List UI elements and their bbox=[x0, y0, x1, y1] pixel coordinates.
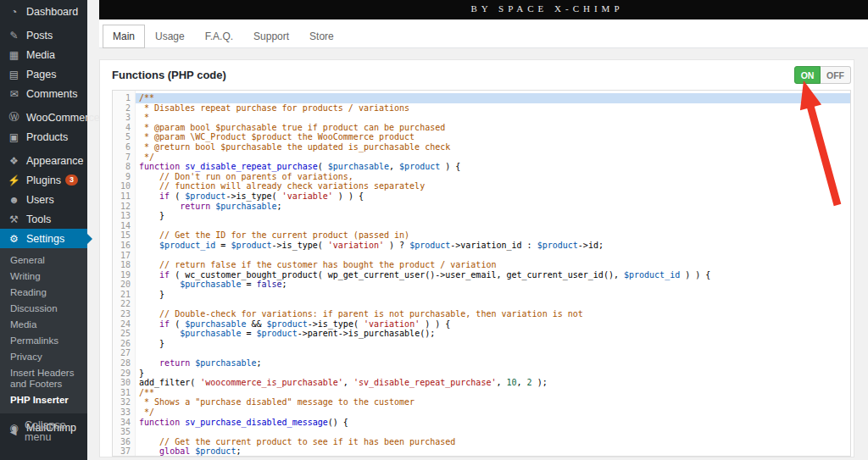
code-line bbox=[136, 251, 850, 261]
sidebar-subitem-php-inserter[interactable]: PHP Inserter bbox=[0, 392, 87, 408]
line-number: 16 bbox=[113, 241, 131, 251]
plugin-banner-text: BY SPACE X-CHIMP bbox=[470, 1, 623, 17]
code-line: $product_id = $product->is_type( 'variat… bbox=[136, 241, 850, 251]
collapse-menu-button[interactable]: ◀ Collapse menu bbox=[0, 419, 87, 443]
code-line bbox=[136, 221, 850, 231]
line-number: 21 bbox=[113, 290, 131, 300]
line-number: 30 bbox=[113, 378, 131, 388]
code-line bbox=[136, 299, 850, 309]
sidebar-item-plugins[interactable]: ⚡Plugins3 bbox=[0, 170, 87, 190]
code-line: * Shows a "purchase disabled" message to… bbox=[136, 397, 850, 407]
code-line: * Disables repeat purchase for products … bbox=[136, 103, 850, 114]
sidebar-item-settings[interactable]: ⚙Settings bbox=[0, 229, 87, 248]
sidebar-item-woocommerce[interactable]: ⓌWooCommerce bbox=[0, 108, 87, 127]
line-number: 35 bbox=[113, 427, 131, 437]
on-off-toggle: ON OFF bbox=[794, 66, 851, 84]
line-number: 14 bbox=[113, 221, 131, 231]
plugin-tabs: MainUsageF.A.Q.SupportStore bbox=[99, 19, 868, 48]
code-line: // Get the ID for the current product (p… bbox=[136, 230, 850, 241]
plug-icon: ⚡ bbox=[7, 175, 21, 186]
sidebar-item-label: Comments bbox=[26, 88, 77, 100]
line-number: 24 bbox=[113, 319, 131, 330]
tab-store[interactable]: Store bbox=[299, 25, 344, 48]
sidebar-item-media[interactable]: ▦Media bbox=[0, 45, 87, 64]
code-line: return $purchasable; bbox=[136, 358, 850, 369]
line-number: 19 bbox=[113, 270, 131, 280]
collapse-menu-label: Collapse menu bbox=[25, 419, 87, 443]
sidebar-item-pages[interactable]: ▤Pages bbox=[0, 64, 87, 84]
code-line: return $purchasable; bbox=[136, 202, 850, 212]
off-button[interactable]: OFF bbox=[821, 66, 851, 84]
sidebar-subitem-media[interactable]: Media bbox=[0, 317, 87, 333]
sidebar-item-label: Media bbox=[26, 49, 55, 61]
on-button[interactable]: ON bbox=[794, 66, 821, 84]
sidebar-subitem-reading[interactable]: Reading bbox=[0, 285, 87, 301]
code-line: $purchasable = false; bbox=[136, 280, 850, 290]
sidebar-item-label: Pages bbox=[26, 69, 56, 80]
tab-f-a-q[interactable]: F.A.Q. bbox=[195, 25, 243, 48]
sidebar-item-label: Plugins bbox=[26, 175, 61, 186]
comment-bubble-icon: ✉ bbox=[7, 88, 21, 100]
sidebar-item-label: Appearance bbox=[26, 155, 83, 167]
line-number: 34 bbox=[113, 418, 131, 428]
sidebar-subitem-insert-headers-and-footers[interactable]: Insert Headers and Footers bbox=[0, 365, 87, 392]
sidebar-item-tools[interactable]: ⚒Tools bbox=[0, 209, 87, 229]
tab-support[interactable]: Support bbox=[243, 25, 299, 48]
line-number: 15 bbox=[113, 230, 131, 241]
code-line: } bbox=[136, 369, 850, 379]
line-number: 26 bbox=[113, 339, 131, 349]
sidebar-item-dashboard[interactable]: ◔Dashboard bbox=[0, 2, 87, 21]
sidebar-item-label: WooCommerce bbox=[26, 112, 100, 124]
code-line: } bbox=[136, 211, 850, 221]
line-number: 20 bbox=[113, 280, 131, 290]
code-editor[interactable]: 1234567891011121314151617181920212223242… bbox=[112, 90, 851, 457]
code-line: * bbox=[136, 113, 850, 123]
line-number: 23 bbox=[113, 309, 131, 319]
code-line bbox=[136, 348, 850, 358]
sidebar-item-comments[interactable]: ✉Comments bbox=[0, 84, 87, 103]
line-number: 37 bbox=[113, 446, 131, 457]
user-icon: ☻ bbox=[7, 194, 21, 206]
sidebar-item-label: Dashboard bbox=[26, 6, 78, 18]
editor-code[interactable]: /** * Disables repeat purchase for produ… bbox=[136, 91, 850, 456]
code-line: * @return bool $purchasable the updated … bbox=[136, 142, 850, 152]
settings-submenu: GeneralWritingReadingDiscussionMediaPerm… bbox=[0, 248, 87, 413]
sidebar-item-label: Products bbox=[26, 131, 68, 143]
dashboard-icon: ◔ bbox=[7, 6, 21, 18]
pin-icon: ✎ bbox=[7, 30, 21, 42]
page-icon: ▤ bbox=[7, 69, 21, 80]
code-line: // function will already check variation… bbox=[136, 181, 850, 191]
line-number: 28 bbox=[113, 358, 131, 369]
line-number: 11 bbox=[113, 191, 131, 202]
sidebar-item-users[interactable]: ☻Users bbox=[0, 190, 87, 209]
admin-content: BY SPACE X-CHIMP MainUsageF.A.Q.SupportS… bbox=[87, 0, 868, 460]
sidebar-subitem-discussion[interactable]: Discussion bbox=[0, 301, 87, 317]
tab-main[interactable]: Main bbox=[103, 25, 145, 48]
code-line: function sv_disable_repeat_purchase( $pu… bbox=[136, 162, 850, 172]
line-number: 5 bbox=[113, 132, 131, 142]
sidebar-subitem-general[interactable]: General bbox=[0, 252, 87, 269]
line-number: 27 bbox=[113, 348, 131, 358]
code-line: /** bbox=[136, 388, 850, 398]
sidebar-item-products[interactable]: ▣Products bbox=[0, 127, 87, 147]
line-number: 33 bbox=[113, 407, 131, 418]
sidebar-subitem-permalinks[interactable]: Permalinks bbox=[0, 333, 87, 349]
sidebar-subitem-privacy[interactable]: Privacy bbox=[0, 349, 87, 365]
line-number: 22 bbox=[113, 299, 131, 309]
line-number: 36 bbox=[113, 437, 131, 447]
tab-usage[interactable]: Usage bbox=[145, 25, 195, 48]
wordpress-admin-page: ◔Dashboard✎Posts▦Media▤Pages✉CommentsⓌWo… bbox=[0, 0, 868, 460]
sidebar-item-label: Posts bbox=[26, 30, 53, 42]
tools-icon: ⚒ bbox=[7, 213, 21, 225]
panel-header: Functions (PHP code) ON OFF bbox=[100, 60, 854, 90]
line-number: 12 bbox=[113, 202, 131, 212]
code-line: } bbox=[136, 290, 850, 300]
code-line: if ( wc_customer_bought_product( wp_get_… bbox=[136, 270, 850, 280]
sidebar-item-appearance[interactable]: ❖Appearance bbox=[0, 151, 87, 170]
code-line: // Don't run on parents of variations, bbox=[136, 172, 850, 182]
woocommerce-icon: Ⓦ bbox=[7, 110, 21, 125]
line-number: 9 bbox=[113, 172, 131, 182]
sidebar-item-posts[interactable]: ✎Posts bbox=[0, 25, 87, 45]
line-number: 31 bbox=[113, 388, 131, 398]
sidebar-subitem-writing[interactable]: Writing bbox=[0, 269, 87, 285]
